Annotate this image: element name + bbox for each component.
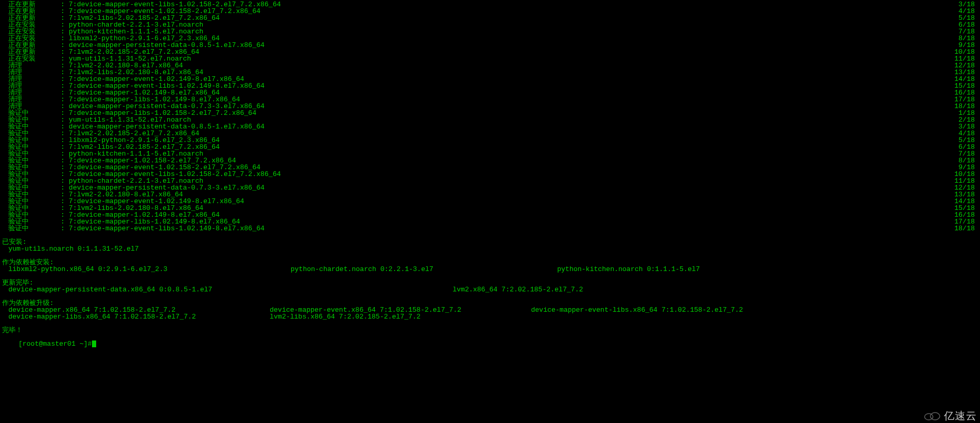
blank-line bbox=[2, 232, 978, 239]
blank-line bbox=[2, 252, 978, 259]
updated-col1: device-mapper-persistent-data.x86_64 0:0… bbox=[8, 286, 453, 293]
blank-line bbox=[2, 273, 978, 279]
progress-line: 验证中: 7:device-mapper-event-libs-1.02.149… bbox=[2, 225, 978, 232]
svg-point-1 bbox=[930, 413, 940, 420]
progress-counter: 18/18 bbox=[954, 225, 978, 232]
section-header-installed: 已安装: bbox=[2, 239, 978, 245]
installed-package: yum-utils.noarch 0:1.1.31-52.el7 bbox=[2, 245, 978, 252]
dep-installed-row: libxml2-python.x86_64 0:2.9.1-6.el7_2.3 … bbox=[2, 266, 978, 273]
cloud-icon bbox=[923, 410, 941, 421]
shell-prompt: [root@master01 ~]# bbox=[18, 340, 91, 348]
dep-installed-col2: python-chardet.noarch 0:2.2.1-3.el7 bbox=[291, 266, 557, 273]
done-message: 完毕！ bbox=[2, 327, 978, 334]
updated-col2: lvm2.x86_64 7:2.02.185-2.el7_7.2 bbox=[453, 286, 583, 293]
status-label: 验证中 bbox=[8, 225, 61, 232]
dep-installed-col3: python-kitchen.noarch 0:1.1.1-5.el7 bbox=[557, 266, 700, 273]
blank-line bbox=[2, 320, 978, 327]
dep-installed-col1: libxml2-python.x86_64 0:2.9.1-6.el7_2.3 bbox=[8, 266, 291, 273]
dep-upgraded-col1: device-mapper-libs.x86_64 7:1.02.158-2.e… bbox=[8, 313, 270, 320]
watermark-text: 亿速云 bbox=[944, 410, 977, 421]
blank-line bbox=[2, 293, 978, 300]
cursor-icon bbox=[92, 340, 96, 347]
shell-prompt-line[interactable]: [root@master01 ~]# bbox=[2, 334, 978, 340]
dep-upgraded-col2: lvm2-libs.x86_64 7:2.02.185-2.el7_7.2 bbox=[270, 313, 531, 320]
dep-upgraded-row: device-mapper-libs.x86_64 7:1.02.158-2.e… bbox=[2, 313, 978, 320]
terminal-output[interactable]: 正在更新: 7:device-mapper-event-libs-1.02.15… bbox=[0, 0, 980, 423]
dep-upgraded-col3: device-mapper-event-libs.x86_64 7:1.02.1… bbox=[531, 307, 743, 313]
updated-row: device-mapper-persistent-data.x86_64 0:0… bbox=[2, 286, 978, 293]
watermark: 亿速云 bbox=[920, 409, 980, 422]
package-name: : 7:device-mapper-event-libs-1.02.149-8.… bbox=[61, 225, 264, 232]
